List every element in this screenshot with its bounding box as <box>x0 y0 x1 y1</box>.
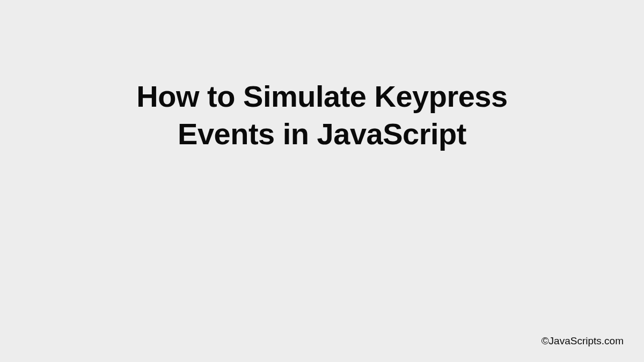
title-line-1: How to Simulate Keypress <box>136 79 507 113</box>
title-container: How to Simulate Keypress Events in JavaS… <box>0 78 644 153</box>
footer-attribution: ©JavaScripts.com <box>541 335 624 347</box>
title-line-2: Events in JavaScript <box>178 117 466 151</box>
page-title: How to Simulate Keypress Events in JavaS… <box>0 78 644 153</box>
